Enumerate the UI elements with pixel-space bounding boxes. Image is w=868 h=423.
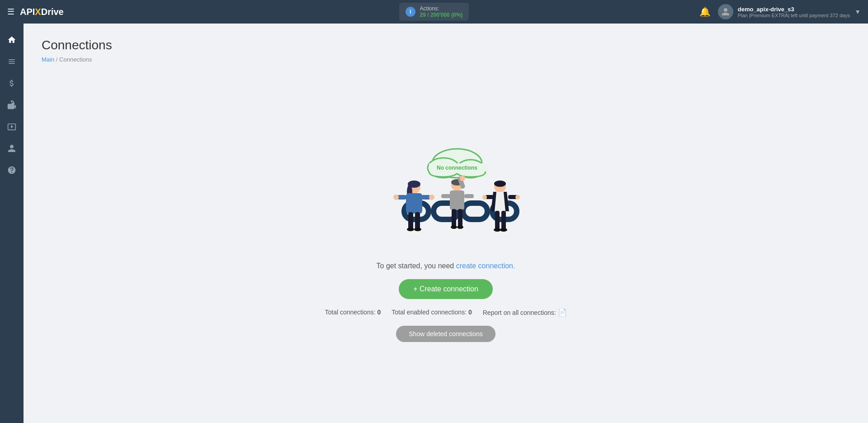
sidebar-item-connections[interactable] [3, 52, 21, 71]
center-area: No connections [42, 77, 850, 409]
svg-rect-25 [450, 190, 464, 210]
sidebar-item-profile[interactable] [3, 139, 21, 157]
actions-box[interactable]: i Actions: 29 / 200'000 (0%) [399, 3, 469, 21]
logo-api: API [20, 7, 35, 17]
svg-rect-12 [406, 193, 422, 214]
user-avatar [718, 4, 733, 19]
svg-rect-28 [452, 209, 456, 227]
actions-label: Actions: [420, 5, 463, 12]
svg-rect-42 [495, 211, 500, 230]
user-info: demo_apix-drive_s3 Plan |Premium EXTRA| … [738, 6, 850, 18]
svg-point-15 [393, 195, 399, 200]
info-icon: i [406, 7, 415, 17]
logo: APIXDrive [20, 7, 64, 17]
logo-drive: Drive [41, 7, 64, 17]
svg-rect-26 [441, 194, 451, 198]
svg-point-19 [407, 228, 414, 231]
svg-point-45 [500, 228, 507, 232]
total-enabled-label: Total enabled connections: 0 [392, 309, 472, 316]
sidebar-item-video[interactable] [3, 118, 21, 136]
user-name: demo_apix-drive_s3 [738, 6, 850, 13]
svg-rect-27 [464, 194, 474, 198]
tagline: To get started, you need create connecti… [377, 262, 515, 270]
svg-rect-29 [458, 209, 462, 227]
breadcrumb: Main / Connections [42, 56, 850, 63]
svg-rect-18 [415, 212, 420, 229]
sidebar-item-billing[interactable] [3, 74, 21, 92]
breadcrumb-main-link[interactable]: Main [42, 56, 54, 63]
user-plan: Plan |Premium EXTRA| left until payment … [738, 13, 850, 18]
no-connections-illustration: No connections [369, 144, 523, 253]
report-label: Report on all connections: 📄 [483, 308, 567, 317]
svg-point-20 [414, 228, 421, 231]
svg-text:No connections: No connections [437, 165, 477, 171]
total-connections-label: Total connections: 0 [325, 309, 381, 316]
chevron-down-icon: ▼ [854, 8, 861, 15]
illustration-wrapper: No connections [369, 144, 523, 253]
user-area[interactable]: demo_apix-drive_s3 Plan |Premium EXTRA| … [718, 4, 861, 19]
actions-value: 29 / 200'000 (0%) [420, 12, 463, 18]
hamburger-menu[interactable]: ☰ [7, 7, 14, 17]
sidebar-item-tasks[interactable] [3, 96, 21, 114]
create-connection-button[interactable]: + Create connection [399, 279, 493, 299]
report-icon[interactable]: 📄 [558, 309, 567, 316]
total-enabled-value: 0 [468, 309, 472, 316]
svg-point-30 [451, 225, 457, 229]
actions-text: Actions: 29 / 200'000 (0%) [420, 5, 463, 18]
breadcrumb-separator: / [56, 56, 58, 63]
topnav-center: i Actions: 29 / 200'000 (0%) [399, 3, 469, 21]
main-content: Connections Main / Connections No connec… [24, 24, 868, 423]
page-title: Connections [42, 38, 850, 52]
tagline-static: To get started, you need [377, 262, 454, 270]
svg-point-33 [494, 181, 506, 187]
svg-point-16 [429, 195, 434, 200]
topnav-left: ☰ APIXDrive [7, 7, 399, 17]
layout: Connections Main / Connections No connec… [0, 24, 868, 423]
svg-point-44 [494, 228, 501, 232]
topnav-right: 🔔 demo_apix-drive_s3 Plan |Premium EXTRA… [469, 4, 861, 19]
sidebar [0, 24, 24, 423]
logo-x: X [35, 7, 41, 17]
total-connections-value: 0 [377, 309, 381, 316]
tagline-link[interactable]: create connection. [456, 262, 515, 270]
sidebar-item-help[interactable] [3, 161, 21, 179]
svg-rect-7 [463, 203, 487, 219]
svg-point-24 [460, 176, 465, 181]
svg-point-40 [482, 195, 487, 200]
breadcrumb-current: Connections [59, 56, 92, 63]
stats-row: Total connections: 0 Total enabled conne… [325, 308, 566, 317]
show-deleted-connections-button[interactable]: Show deleted connections [396, 326, 495, 342]
top-navigation: ☰ APIXDrive i Actions: 29 / 200'000 (0%)… [0, 0, 868, 24]
sidebar-item-home[interactable] [3, 31, 21, 49]
svg-point-31 [457, 225, 463, 229]
notification-bell-icon[interactable]: 🔔 [699, 6, 711, 17]
svg-rect-17 [408, 212, 413, 229]
svg-point-41 [515, 195, 520, 200]
svg-rect-43 [501, 211, 506, 230]
